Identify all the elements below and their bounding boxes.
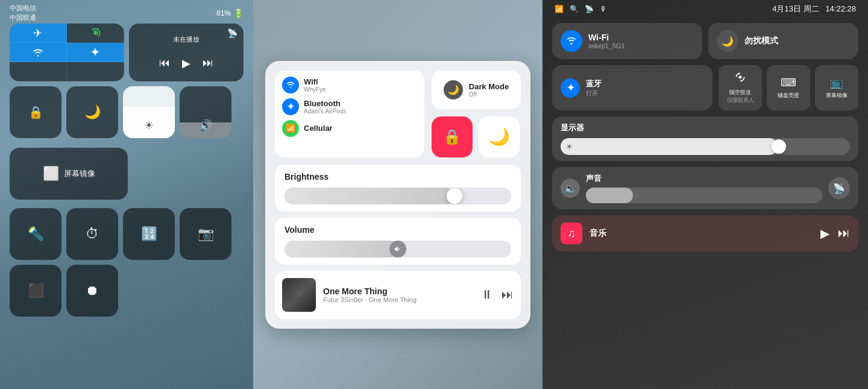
calculator-btn[interactable]: 🔢 <box>123 208 175 260</box>
empty1 <box>10 62 67 81</box>
wifi-text: Wifi WhyFye <box>304 77 326 93</box>
prev-btn[interactable]: ⏮ <box>159 57 170 70</box>
display-brightness-icon: ☀ <box>565 142 573 151</box>
sound-progress-3 <box>586 188 633 203</box>
airplay-icon[interactable]: 📡 <box>227 28 237 38</box>
svg-point-1 <box>739 76 742 79</box>
music-controls: ⏸ ⏭ <box>481 288 514 302</box>
media-title: 未在播放 <box>173 35 200 44</box>
volume-thumb[interactable] <box>389 241 406 258</box>
airdrop-label-3: 隔空投送 仅限联系人 <box>727 89 754 104</box>
pause-btn[interactable]: ⏸ <box>481 288 493 302</box>
do-not-disturb-btn2[interactable]: 🌙 <box>479 116 520 157</box>
airdrop-btn-3[interactable]: 隔空投送 仅限联系人 <box>719 65 762 110</box>
volume-section: Volume <box>275 218 521 265</box>
bt-icon-3: ✦ <box>561 78 580 98</box>
next-btn[interactable]: ⏭ <box>203 57 213 70</box>
carrier2-label: 中国联通 <box>10 13 36 22</box>
screen-mirror-icon: ⬜ <box>43 166 59 182</box>
forward-btn[interactable]: ⏭ <box>502 288 514 302</box>
flashlight-btn[interactable]: 🔦 <box>10 208 61 260</box>
sound-label-3: 声音 <box>586 173 822 184</box>
panel1-control-center: 中国电信 中国联通 81% 🔋 ✈ ✦ 📡 未在播放 ⏮ ▶ <box>0 0 253 389</box>
forward-btn-3[interactable]: ⏭ <box>838 226 850 241</box>
media-controls: ⏮ ▶ ⏭ <box>159 57 213 70</box>
timer-btn[interactable]: ⏱ <box>66 208 118 260</box>
airdrop-icon-3 <box>734 71 746 86</box>
wifi-icon-3 <box>561 30 582 52</box>
brightness-thumb[interactable] <box>447 188 462 204</box>
dark-mode-icon: 🌙 <box>444 80 463 100</box>
screen-mirror-btn-3[interactable]: 📺 屏幕镜像 <box>815 65 858 110</box>
lock-rotation-btn2[interactable]: 🔒 <box>432 116 473 157</box>
play-btn[interactable]: ▶ <box>182 57 190 70</box>
media-block: 📡 未在播放 ⏮ ▶ ⏭ <box>129 24 244 81</box>
lock-icon: 🔒 <box>443 128 461 145</box>
top-row-3: Wi-Fi leikeji1_5G1 🌙 勿扰模式 <box>552 23 858 59</box>
brightness-track[interactable] <box>285 188 511 204</box>
wifi-text-3: Wi-Fi leikeji1_5G1 <box>588 33 625 49</box>
bt-circle-icon: ✦ <box>282 98 299 115</box>
wifi-item[interactable]: Wifi WhyFye <box>282 77 417 93</box>
right-controls: 🌙 Dark Mode Off 🔒 🌙 <box>432 71 521 157</box>
sound-airplay-icon[interactable]: 📡 <box>828 177 850 199</box>
battery-icon: 🔋 <box>233 8 244 18</box>
qr-btn[interactable]: ⬛ <box>10 265 61 317</box>
music-title: One More Thing <box>323 286 474 296</box>
airplane-btn[interactable]: ✈ <box>10 24 67 43</box>
display-thumb-3[interactable] <box>772 139 786 154</box>
cell-text: Cellular <box>304 124 333 133</box>
battery-info: 81% 🔋 <box>216 8 244 18</box>
brightness-label: Brightness <box>285 172 511 182</box>
music-app-icon: ♫ <box>561 223 582 244</box>
sound-icon-left: 🔈 <box>561 179 580 198</box>
keyboard-icon: ⌨ <box>781 76 796 89</box>
screen-mirror-btn[interactable]: ⬜ 屏幕镜像 <box>10 148 128 200</box>
volume-track[interactable] <box>285 241 511 258</box>
music-card: 🎵 One More Thing Futur 3Sin0er · One Mor… <box>275 271 521 319</box>
screen-mirror-icon-3: 📺 <box>830 76 843 89</box>
keyboard-brightness-btn[interactable]: ⌨ 键盘亮度 <box>767 65 810 110</box>
top-controls-row: Wifi WhyFye ✦ Bluetooth Adam's AirPods 📶… <box>275 71 521 157</box>
display-label-3: 显示器 <box>561 122 850 133</box>
display-slider-3[interactable]: ☀ <box>561 138 850 155</box>
network-card: Wifi WhyFye ✦ Bluetooth Adam's AirPods 📶… <box>275 71 424 157</box>
play-btn-3[interactable]: ▶ <box>820 226 829 241</box>
cc-main-card: Wifi WhyFye ✦ Bluetooth Adam's AirPods 📶… <box>265 61 530 329</box>
dark-mode-btn[interactable]: 🌙 Dark Mode Off <box>432 71 521 109</box>
dnd-icon-3: 🌙 <box>717 30 738 52</box>
bluetooth-btn[interactable]: ✦ <box>67 43 124 62</box>
bt-text: Bluetooth Adam's AirPods <box>304 99 346 115</box>
keyboard-brightness-label: 键盘亮度 <box>778 92 799 100</box>
bt-text-3: 蓝牙 打开 <box>586 78 602 98</box>
screen-record-btn[interactable]: ⏺ <box>66 265 118 317</box>
panel2-control-center: Wifi WhyFye ✦ Bluetooth Adam's AirPods 📶… <box>253 0 542 389</box>
wifi-btn[interactable] <box>10 43 67 62</box>
sound-slider-3[interactable] <box>586 188 822 203</box>
lock-rotation-btn[interactable]: 🔒 <box>10 86 61 138</box>
carrier-info: 中国电信 中国联通 <box>10 4 36 22</box>
dnd-text-3: 勿扰模式 <box>744 36 778 46</box>
search-icon[interactable]: 🔍 <box>570 5 579 13</box>
bluetooth-item[interactable]: ✦ Bluetooth Adam's AirPods <box>282 98 417 115</box>
two-action-btns: 🔒 🌙 <box>432 116 521 157</box>
hotspot-btn[interactable] <box>67 24 124 43</box>
cellular-item[interactable]: 📶 Cellular <box>282 120 417 137</box>
wifi-block-3[interactable]: Wi-Fi leikeji1_5G1 <box>552 23 702 59</box>
music-block-3: ♫ 音乐 ▶ ⏭ <box>552 215 858 251</box>
volume-slider-block[interactable]: 🔊 <box>180 86 231 138</box>
sound-block-3: 🔈 声音 📡 <box>552 167 858 209</box>
dnd-block-3[interactable]: 🌙 勿扰模式 <box>708 23 858 59</box>
volume-progress <box>285 241 398 258</box>
network-block: ✈ ✦ <box>10 24 124 81</box>
music-app-label: 音乐 <box>590 228 813 239</box>
bt-block-3[interactable]: ✦ 蓝牙 打开 <box>552 65 712 110</box>
empty2 <box>67 62 124 81</box>
panel3-control-center: 📶 🔍 📡 🎙 4月13日 周二 14:22:28 Wi-Fi leikeji1… <box>542 0 868 389</box>
date-label: 4月13日 周二 <box>772 4 819 13</box>
brightness-slider-block[interactable]: ☀ <box>123 86 175 138</box>
do-not-disturb-btn[interactable]: 🌙 <box>66 86 118 138</box>
camera-btn[interactable]: 📷 <box>180 208 231 260</box>
screen-mirror-label: 屏幕镜像 <box>64 168 95 179</box>
siri-icon[interactable]: 🎙 <box>600 5 607 13</box>
